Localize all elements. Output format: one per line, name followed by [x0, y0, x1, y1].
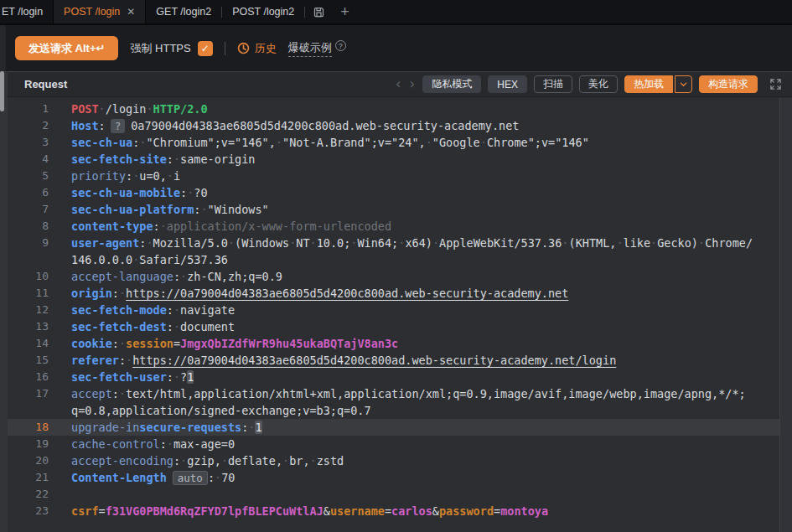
- request-line-6[interactable]: 6sec-ch-ua-mobile:·?0: [8, 184, 779, 201]
- request-line-14[interactable]: 14cookie:·session=JmgxQbIZdfWrR9hu45ukaB…: [8, 335, 779, 352]
- request-line-wrap[interactable]: q=0.8,application/signed-exchange;v=b3;q…: [8, 402, 779, 419]
- tab-post-login[interactable]: POST /login✕: [53, 0, 146, 23]
- request-line-23[interactable]: 23csrf=f31VG0PBMd6RqZFYD7lpfBLEPCuWtlAJ&…: [8, 503, 779, 519]
- line-content: sec-fetch-site:·same-origin: [71, 151, 255, 168]
- panel-button-HEX[interactable]: HEX: [488, 75, 527, 93]
- request-line-11[interactable]: 11origin:·https://0a79004d04383ae6805d5d…: [8, 285, 779, 302]
- request-line-21[interactable]: 21Content-Lengthauto:·70: [8, 469, 779, 486]
- fullscreen-icon[interactable]: [769, 78, 782, 90]
- code-segment: same-origin: [180, 152, 255, 166]
- line-number: 23: [8, 503, 49, 519]
- line-number: 16: [8, 369, 49, 385]
- code-segment: ·/login·: [99, 102, 153, 116]
- left-scrollbar-thumb[interactable]: [0, 71, 4, 111]
- request-line-2[interactable]: 2Host:?0a79004d04383ae6805d5d4200c800ad.…: [8, 117, 779, 134]
- code-segment: q=0.8,application/signed-exchange;v=b3;q…: [71, 404, 371, 417]
- request-editor[interactable]: 1POST·/login·HTTP/2.02Host:?0a79004d0438…: [8, 98, 779, 532]
- panel-button-隐私模式[interactable]: 隐私模式: [422, 75, 481, 93]
- send-request-button[interactable]: 发送请求 Alt+↵: [15, 36, 118, 60]
- code-segment: :·: [160, 437, 173, 451]
- request-line-10[interactable]: 10accept-language:·zh-CN,zh;q=0.9: [8, 268, 779, 285]
- left-scrollbar[interactable]: [0, 71, 8, 532]
- code-segment: Host: [71, 119, 99, 132]
- hotload-dropdown[interactable]: [675, 75, 692, 93]
- code-segment: :·: [241, 421, 255, 434]
- code-segment: ·70: [215, 471, 235, 484]
- request-line-19[interactable]: 19cache-control:·max-age=0: [8, 436, 779, 452]
- hotload-button[interactable]: 热加载: [624, 75, 673, 93]
- request-line-8[interactable]: 8content-type:·application/x-www-form-ur…: [8, 218, 779, 235]
- request-line-20[interactable]: 20accept-encoding:·gzip,·deflate,·br,·zs…: [8, 452, 779, 469]
- request-line-4[interactable]: 4sec-fetch-site:·same-origin: [8, 151, 779, 168]
- tab-et-login[interactable]: ET /login: [0, 0, 53, 23]
- history-prev-button[interactable]: ‹: [395, 77, 402, 91]
- code-segment: session: [126, 337, 173, 350]
- request-line-12[interactable]: 12sec-fetch-mode:·navigate: [8, 302, 779, 318]
- line-content: sec-fetch-mode:·navigate: [71, 302, 235, 318]
- code-segment: user-agent: [71, 236, 139, 250]
- line-content: content-type:·application/x-www-form-url…: [71, 218, 391, 235]
- history-button[interactable]: 历史: [237, 41, 277, 56]
- code-segment: sec-fetch-site: [71, 152, 167, 166]
- save-icon[interactable]: [305, 0, 333, 23]
- request-line-7[interactable]: 7sec-ch-ua-platform:·"Windows": [8, 201, 779, 218]
- line-number: 20: [8, 452, 49, 469]
- line-content: 146.0.0.0·Safari/537.36: [71, 251, 228, 268]
- code-segment: cookie: [71, 337, 112, 350]
- code-segment: :·: [139, 236, 153, 250]
- request-line-wrap[interactable]: 146.0.0.0·Safari/537.36: [8, 251, 779, 268]
- code-segment: :·: [167, 303, 180, 317]
- request-line-1[interactable]: 1POST·/login·HTTP/2.0: [8, 101, 779, 117]
- code-segment: sec-ch-ua-platform: [71, 203, 194, 216]
- code-segment: =: [385, 504, 391, 518]
- panel-button-扫描[interactable]: 扫描: [534, 75, 572, 93]
- code-segment: :·: [173, 454, 187, 467]
- line-number: 5: [8, 168, 49, 184]
- code-segment: 1: [255, 421, 261, 434]
- tab-get-login2[interactable]: GET /login2: [146, 0, 221, 23]
- line-number: 7: [8, 201, 49, 218]
- blast-example-link[interactable]: 爆破示例: [288, 40, 332, 57]
- line-number: 22: [8, 486, 49, 503]
- toolbar-edge: [0, 25, 6, 71]
- code-segment: referer: [71, 354, 119, 367]
- code-segment: sec-fetch-mode: [71, 303, 167, 317]
- history-next-button[interactable]: ›: [409, 77, 417, 91]
- request-line-13[interactable]: 13sec-fetch-dest:·document: [8, 318, 779, 335]
- request-line-3[interactable]: 3sec-ch-ua:·"Chromium";v="146",·"Not-A.B…: [8, 134, 779, 151]
- line-content: accept-encoding:·gzip,·deflate,·br,·zstd: [71, 452, 344, 469]
- line-content: origin:·https://0a79004d04383ae6805d5d42…: [71, 285, 568, 302]
- toolbar-divider: [225, 42, 225, 55]
- editor-scrollbar[interactable]: [779, 98, 792, 532]
- line-number: 6: [8, 184, 49, 201]
- line-number: 8: [8, 218, 49, 235]
- line-content: user-agent:·Mozilla/5.0·(Windows·NT·10.0…: [71, 235, 753, 251]
- code-segment: ?: [180, 370, 187, 384]
- code-segment: :: [99, 119, 106, 132]
- code-segment: upgrade-in: [71, 421, 139, 434]
- code-segment: :·: [112, 387, 126, 400]
- code-segment: &: [324, 504, 330, 518]
- request-line-22[interactable]: 22: [8, 486, 779, 503]
- force-https-checkbox[interactable]: ✓: [198, 41, 213, 56]
- panel-button-构造请求[interactable]: 构造请求: [699, 75, 758, 93]
- tab-label: POST /login2: [232, 6, 294, 18]
- request-line-9[interactable]: 9user-agent:·Mozilla/5.0·(Windows·NT·10.…: [8, 235, 779, 251]
- history-label: 历史: [255, 41, 277, 56]
- line-content: q=0.8,application/signed-exchange;v=b3;q…: [71, 402, 371, 419]
- request-line-16[interactable]: 16sec-fetch-user:·?1: [8, 369, 779, 385]
- request-line-5[interactable]: 5priority:·u=0,·i: [8, 168, 779, 184]
- new-tab-button[interactable]: +: [333, 0, 357, 23]
- line-number: [8, 251, 49, 268]
- panel-button-美化[interactable]: 美化: [579, 75, 618, 93]
- line-number: 10: [8, 268, 49, 285]
- line-number: 14: [8, 335, 49, 352]
- request-line-15[interactable]: 15referer:·https://0a79004d04383ae6805d5…: [8, 352, 779, 369]
- tab-post-login2[interactable]: POST /login2: [222, 0, 304, 23]
- tab-close-icon[interactable]: ✕: [127, 7, 135, 17]
- panel-header-actions: ‹ › 隐私模式HEX扫描美化热加载构造请求: [395, 75, 782, 93]
- line-content: sec-fetch-user:·?1: [71, 369, 194, 385]
- request-line-18[interactable]: 18upgrade-insecure-requests:·1: [8, 419, 779, 436]
- request-line-17[interactable]: 17accept:·text/html,application/xhtml+xm…: [8, 385, 779, 402]
- help-icon[interactable]: ?: [335, 40, 346, 51]
